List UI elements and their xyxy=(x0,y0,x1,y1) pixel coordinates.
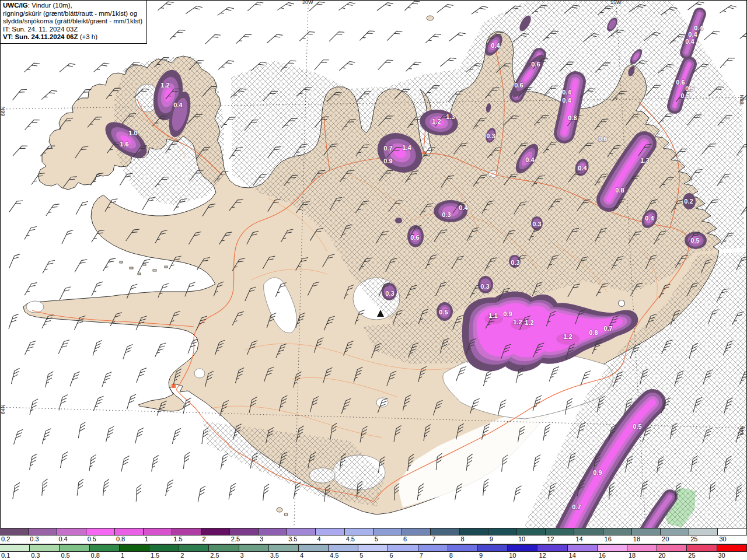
colorbar-segment xyxy=(120,545,149,551)
colorbar-segment xyxy=(460,528,488,535)
snow-colorbar-labels: 0.20.30.40.50.811.522.533.544.5567891012… xyxy=(0,536,747,544)
colorbar-tick-label: 10 xyxy=(508,552,537,560)
precip-value-label: 1.3 xyxy=(446,113,455,120)
legend-box: UWC/IG: Vindur (10m), rigning/skúrir (gr… xyxy=(0,0,147,44)
colorbar-segment xyxy=(299,545,329,551)
precip-value-label: 0.3 xyxy=(480,283,489,290)
thingvallavatn-lake xyxy=(194,369,205,378)
precip-value-label: 0.3 xyxy=(511,259,519,266)
colorbar-tick-label: 20 xyxy=(661,536,689,544)
colorbar-tick-label: 14 xyxy=(574,536,603,544)
precip-value-label: 0.4 xyxy=(525,156,535,163)
colorbar-tick-label: 12 xyxy=(537,552,567,560)
colorbar-segment xyxy=(546,528,574,535)
colorbar-segment xyxy=(0,545,30,551)
colorbar-segment xyxy=(402,528,431,535)
colorbar-tick-label: 0.5 xyxy=(60,552,89,560)
precip-value-label: 0.7 xyxy=(383,145,392,152)
colorbar-tick-label: 18 xyxy=(632,536,661,544)
colorbar-segment xyxy=(239,545,269,551)
colorbar-segment xyxy=(537,545,567,551)
colorbar-segment xyxy=(29,528,57,535)
precip-value-label: 1.2 xyxy=(160,82,169,89)
colorbar-segment xyxy=(358,545,388,551)
colorbar-segment xyxy=(179,545,209,551)
rain-colorbar xyxy=(0,544,747,552)
precip-value-label: 0.4 xyxy=(562,97,571,104)
colorbar-tick-label: 3.5 xyxy=(287,536,316,544)
colorbar-segment xyxy=(149,545,179,551)
precip-value-label: 0.6 xyxy=(598,135,607,142)
colorbar-tick-label: 8 xyxy=(460,536,488,544)
precip-value-label: 0.5 xyxy=(685,85,694,92)
colorbar-segment xyxy=(259,528,287,535)
colorbar-segment xyxy=(632,528,661,535)
snow-colorbar xyxy=(0,528,747,536)
calm-wind-symbol xyxy=(619,300,625,307)
svg-text:66N: 66N xyxy=(0,106,6,116)
precip-value-label: 0.4 xyxy=(578,164,587,172)
colorbar-tick-label: 8 xyxy=(448,552,478,560)
legend-line-1: UWC/IG: Vindur (10m), xyxy=(3,2,144,10)
legend-line-3: slydda/snjókoma (grátt/bleikt/grænt - mm… xyxy=(3,18,144,26)
precip-value-label: 0.9 xyxy=(593,469,602,476)
colorbar-tick-label: 3.5 xyxy=(269,552,299,560)
colorbar-segment xyxy=(689,528,718,535)
precip-value-label: 1.3 xyxy=(640,157,649,164)
colorbar-segment xyxy=(687,545,717,551)
colorbar-segment xyxy=(90,545,120,551)
precip-value-label: 0.4 xyxy=(562,89,571,96)
colorbar-segment xyxy=(60,545,89,551)
colorbar-tick-label: 9 xyxy=(488,536,517,544)
precip-value-label: 0.4 xyxy=(491,42,500,49)
colorbar-segment xyxy=(201,528,230,535)
iceland-weather-map: 20W15W66N66N64N64N 1.20.41.01.60.71.40 xyxy=(0,0,747,560)
svg-text:20W: 20W xyxy=(302,0,313,5)
colorbar-segment xyxy=(388,545,418,551)
svg-text:15W: 15W xyxy=(610,0,622,5)
svg-text:64N: 64N xyxy=(0,404,6,414)
precip-value-label: 0.5 xyxy=(690,237,699,244)
legend-line-2: rigning/skúrir (grænt/blátt/rautt - mm/1… xyxy=(3,10,144,18)
colorbar-segment xyxy=(478,545,508,551)
colorbar-tick-label: 1 xyxy=(144,536,172,544)
precip-value-label: 0.2 xyxy=(684,198,693,205)
colorbar-tick-label: 6 xyxy=(388,552,418,560)
colorbar-tick-label: 14 xyxy=(568,552,598,560)
colorbar-tick-label: 2 xyxy=(179,552,209,560)
weather-map-page: 20W15W66N66N64N64N 1.20.41.01.60.71.40 xyxy=(0,0,747,560)
colorbar-tick-label: 2.5 xyxy=(230,536,259,544)
colorbar-segment xyxy=(431,528,459,535)
colorbar-segment xyxy=(30,545,60,551)
colorbar-segment xyxy=(627,545,657,551)
rain-colorbar-labels: 0.10.30.50.811.522.533.544.5567891012141… xyxy=(0,552,747,560)
colorbar-tick-label: 16 xyxy=(603,536,632,544)
precip-value-label: 0.6 xyxy=(676,79,685,86)
precip-value-label: 1.2 xyxy=(563,333,572,340)
colorbar-tick-label: 0.2 xyxy=(0,536,29,544)
precip-value-label: 1.2 xyxy=(432,118,441,125)
colorbar-segment xyxy=(230,528,259,535)
colorbar-segment xyxy=(329,545,358,551)
colorbar-segment xyxy=(508,545,537,551)
precip-value-label: 0.9 xyxy=(503,310,512,317)
precip-value-label: 0.3 xyxy=(442,211,451,218)
precip-blob xyxy=(395,218,402,223)
color-scales: 0.20.30.40.50.811.522.533.544.5567891012… xyxy=(0,528,747,560)
colorbar-tick-label: 16 xyxy=(598,552,627,560)
colorbar-tick-label: 20 xyxy=(657,552,687,560)
colorbar-segment xyxy=(374,528,402,535)
colorbar-segment xyxy=(115,528,144,535)
colorbar-tick-label: 4 xyxy=(316,536,344,544)
precip-value-label: 0.8 xyxy=(589,329,598,336)
colorbar-segment xyxy=(661,528,689,535)
colorbar-tick-label: 6 xyxy=(402,536,431,544)
colorbar-segment xyxy=(603,528,632,535)
precip-value-label: 1.0 xyxy=(128,130,137,136)
precip-value-label: 0.6 xyxy=(531,61,540,68)
colorbar-tick-label: 1.5 xyxy=(172,536,201,544)
colorbar-segment xyxy=(345,528,374,535)
colorbar-segment xyxy=(172,528,201,535)
precip-value-label: 0.8 xyxy=(615,187,624,194)
precip-value-label: 0.7 xyxy=(572,503,581,510)
